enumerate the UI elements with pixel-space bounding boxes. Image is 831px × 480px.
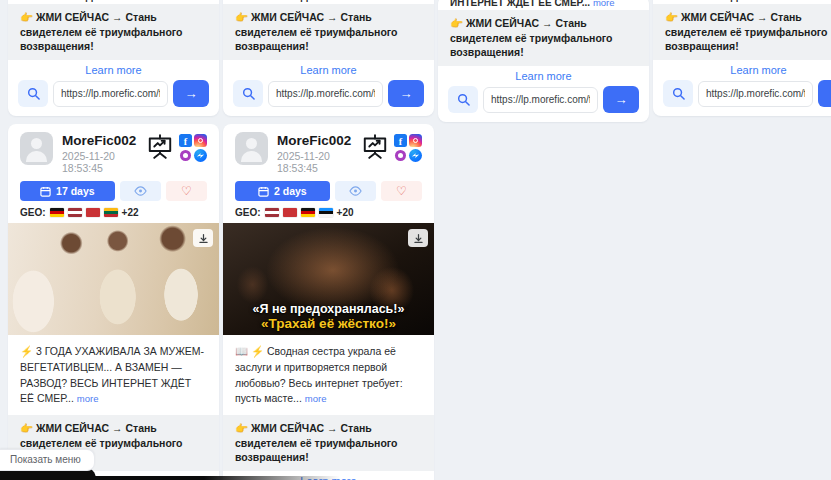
flag-icon (68, 208, 82, 217)
creative-datetime: 2025-11-20 18:53:45 (62, 150, 137, 174)
creative-card-partial: ИНТЕРНЕТ ЖДЁТ ЕЁ СМЕР... more 👉 ЖМИ СЕЙЧ… (438, 0, 649, 122)
heart-icon: ♡ (181, 185, 192, 197)
calendar-icon (40, 186, 51, 197)
preview-button[interactable] (335, 181, 376, 201)
search-button[interactable] (18, 80, 48, 107)
presentation-chart-icon[interactable] (146, 134, 174, 159)
open-link-button[interactable]: → (818, 80, 831, 107)
show-menu-button[interactable]: Показать меню (0, 449, 95, 471)
open-link-button[interactable]: → (603, 86, 639, 113)
presentation-chart-icon[interactable] (361, 134, 389, 159)
favorite-button[interactable]: ♡ (166, 181, 207, 201)
learn-more-link[interactable]: Learn more (223, 60, 434, 79)
more-link[interactable]: more (305, 393, 327, 404)
flag-icon (283, 208, 297, 217)
geo-row: GEO: +22 (8, 205, 219, 223)
url-input[interactable] (53, 81, 168, 107)
url-row: → (8, 79, 219, 116)
flag-icon (319, 208, 333, 217)
days-active-button[interactable]: 2 days (235, 181, 330, 201)
url-input[interactable] (268, 81, 383, 107)
more-link[interactable]: more (593, 0, 615, 8)
advertiser-info: MoreFic002 2025-11-20 18:53:45 (62, 132, 137, 174)
flag-icon (86, 208, 100, 217)
search-icon (457, 93, 470, 106)
learn-more-link[interactable]: Learn more (8, 60, 219, 79)
download-image-button[interactable] (193, 229, 213, 247)
url-input[interactable] (483, 87, 598, 113)
download-icon (198, 233, 209, 244)
days-active-button[interactable]: 17 days (20, 181, 115, 201)
creative-caption: 📖 ⚡ Сводная сестра украла её заслуги и п… (223, 335, 434, 415)
download-image-button[interactable] (408, 229, 428, 247)
caption-text: ИНТЕРНЕТ ЖДЁТ ЕЁ СМЕР... (20, 0, 160, 2)
days-label: 17 days (56, 185, 95, 197)
card-actions: 2 days ♡ (223, 176, 434, 205)
creative-card-partial: ИНТЕРНЕТ ЖДЁТ ЕЁ СМЕР... more 👉 ЖМИ СЕЙЧ… (653, 0, 831, 116)
geo-row: GEO: +20 (223, 205, 434, 223)
search-icon (672, 87, 685, 100)
geo-label: GEO: (235, 207, 261, 218)
grid-column-4: ИНТЕРНЕТ ЖДЁТ ЕЁ СМЕР... more 👉 ЖМИ СЕЙЧ… (653, 0, 831, 116)
cta-banner: 👉 ЖМИ СЕЙЧАС → Стань свидетелем её триум… (653, 4, 831, 60)
url-row: → (653, 79, 831, 116)
card-header: MoreFic002 2025-11-20 18:53:45 f (8, 124, 219, 176)
header-icons: f (361, 132, 422, 162)
creative-card-partial: ИНТЕРНЕТ ЖДЁТ ЕЁ СМЕР... more 👉 ЖМИ СЕЙЧ… (8, 0, 219, 116)
card-header: MoreFic002 2025-11-20 18:53:45 f (223, 124, 434, 176)
caption-text: ИНТЕРНЕТ ЖДЁТ ЕЁ СМЕР... (450, 0, 590, 8)
flag-icon (104, 208, 118, 217)
cta-banner: 👉 ЖМИ СЕЙЧАС → Стань свидетелем её триум… (223, 4, 434, 60)
more-link[interactable]: more (163, 0, 185, 2)
cta-banner: 👉 ЖМИ СЕЙЧАС → Стань свидетелем её триум… (223, 415, 434, 471)
eye-icon (134, 186, 147, 196)
learn-more-link[interactable]: Learn more (653, 60, 831, 79)
search-icon (27, 87, 40, 100)
search-button[interactable] (663, 80, 693, 107)
cta-banner: 👉 ЖМИ СЕЙЧАС → Стань свидетелем её триум… (8, 4, 219, 60)
url-row: → (438, 85, 649, 122)
search-button[interactable] (233, 80, 263, 107)
favorite-button[interactable]: ♡ (381, 181, 422, 201)
badge-icon (395, 150, 406, 161)
open-link-button[interactable]: → (173, 80, 209, 107)
avatar (20, 132, 53, 165)
heart-icon: ♡ (396, 185, 407, 197)
flag-icon (50, 208, 64, 217)
eye-icon (349, 186, 362, 196)
geo-more-count[interactable]: +22 (122, 207, 139, 218)
creative-caption: ⚡ 3 ГОДА УХАЖИВАЛА ЗА МУЖЕМ-ВЕГЕТАТИВЦЕМ… (8, 335, 219, 415)
search-icon (242, 87, 255, 100)
download-icon (413, 233, 424, 244)
learn-more-link[interactable]: Learn more (438, 66, 649, 85)
geo-more-count[interactable]: +20 (337, 207, 354, 218)
caption-text: ИНТЕРНЕТ ЖДЁТ ЕЁ СМЕР... (235, 0, 375, 2)
flag-icon (301, 208, 315, 217)
advertiser-info: MoreFic002 2025-11-20 18:53:45 (277, 132, 352, 174)
advertiser-name: MoreFic002 (277, 133, 352, 148)
facebook-icon: f (179, 134, 192, 147)
open-link-button[interactable]: → (388, 80, 424, 107)
caption-text: ⚡ 3 ГОДА УХАЖИВАЛА ЗА МУЖЕМ-ВЕГЕТАТИВЦЕМ… (20, 345, 204, 404)
grid-column-1: ИНТЕРНЕТ ЖДЁТ ЕЁ СМЕР... more 👉 ЖМИ СЕЙЧ… (8, 0, 219, 480)
arrow-right-icon: → (615, 92, 628, 107)
overlay-line: «Я не предохранялась!» (223, 302, 434, 316)
header-icons: f (146, 132, 207, 162)
image-text-overlay: «Я не предохранялась!» «Трахай её жёстко… (223, 302, 434, 331)
more-link[interactable]: more (77, 393, 99, 404)
search-button[interactable] (448, 86, 478, 113)
creative-image: «Я не предохранялась!» «Трахай её жёстко… (223, 223, 434, 335)
more-link[interactable]: more (378, 0, 400, 2)
preview-button[interactable] (120, 181, 161, 201)
creative-card: MoreFic002 2025-11-20 18:53:45 f 2 days (223, 124, 434, 480)
geo-label: GEO: (20, 207, 46, 218)
url-input[interactable] (698, 81, 813, 107)
caption-clipped: ИНТЕРНЕТ ЖДЁТ ЕЁ СМЕР... more (438, 0, 649, 10)
more-link[interactable]: more (808, 0, 830, 2)
cta-banner: 👉 ЖМИ СЕЙЧАС → Стань свидетелем её триум… (438, 10, 649, 66)
creative-card: MoreFic002 2025-11-20 18:53:45 f 17 days (8, 124, 219, 480)
avatar (235, 132, 268, 165)
creative-image (8, 223, 219, 335)
messenger-icon (409, 149, 422, 162)
arrow-right-icon: → (400, 86, 413, 101)
